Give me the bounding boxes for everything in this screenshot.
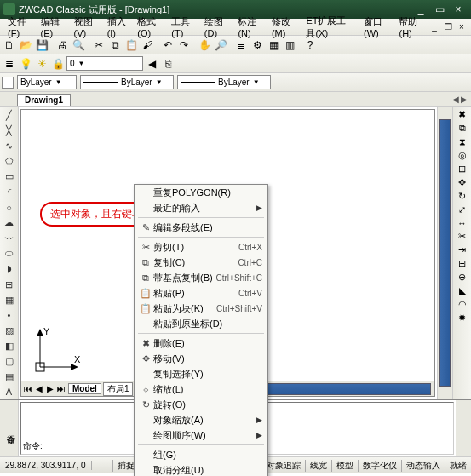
menu-item[interactable]: 插入(I)	[103, 15, 134, 38]
menu-item[interactable]: 修改(M)	[267, 15, 302, 38]
menu-item[interactable]: 工具(T)	[167, 15, 200, 38]
trim-icon[interactable]: ✂	[458, 231, 466, 242]
tab-prev-icon[interactable]: ◀	[452, 95, 459, 104]
point-icon[interactable]: •	[3, 309, 16, 322]
menu-item[interactable]: 编辑(E)	[37, 15, 70, 38]
menu-item[interactable]: 格式(O)	[133, 15, 167, 38]
close-button[interactable]: ×	[449, 3, 468, 16]
layer-state-icon[interactable]: ⎘	[160, 56, 175, 72]
context-menu-item[interactable]: 绘图顺序(W)▶	[135, 427, 267, 443]
context-menu-item[interactable]: 组(G)	[135, 447, 267, 462]
table-icon[interactable]: ▤	[3, 370, 16, 383]
status-mode-toggle[interactable]: 动态输入	[401, 460, 445, 472]
context-menu-item[interactable]: ⧉复制(C)Ctrl+C	[135, 255, 267, 270]
copy-icon[interactable]: ⧉	[107, 37, 123, 53]
rect-icon[interactable]: ▭	[3, 170, 16, 183]
line-icon[interactable]: ╱	[3, 109, 16, 122]
cut-icon[interactable]: ✂	[91, 37, 106, 53]
offset-icon[interactable]: ◎	[458, 150, 467, 161]
status-mode-toggle[interactable]: 数字化仪	[358, 460, 401, 472]
context-menu-item[interactable]: 📋粘贴为块(K)Ctrl+Shift+V	[135, 301, 267, 316]
maximize-button[interactable]: ▭	[430, 3, 449, 16]
pline-icon[interactable]: ∿	[3, 140, 16, 152]
region-icon[interactable]: ▢	[3, 355, 16, 368]
open-icon[interactable]: 📂	[18, 37, 33, 53]
chamfer-icon[interactable]: ◣	[459, 285, 466, 296]
color-swatch[interactable]	[2, 77, 14, 89]
layout-tab-model[interactable]: Model	[68, 383, 101, 394]
properties-icon[interactable]: ⚙	[250, 37, 265, 53]
mirror-icon[interactable]: ⧗	[459, 136, 466, 147]
insert-icon[interactable]: ⊞	[3, 278, 16, 291]
menu-item[interactable]: ET扩展工具(X)	[302, 14, 359, 40]
xline-icon[interactable]: ╳	[3, 124, 16, 137]
fillet-icon[interactable]: ◠	[458, 299, 467, 310]
pan-icon[interactable]: ✋	[197, 37, 212, 53]
array-icon[interactable]: ⊞	[458, 163, 466, 175]
help-icon[interactable]: ?	[302, 37, 318, 53]
arc-icon[interactable]: ◜	[3, 186, 16, 198]
lock-icon[interactable]: 🔒	[50, 56, 66, 72]
block-icon[interactable]: ▦	[3, 294, 16, 307]
document-tab[interactable]: Drawing1	[17, 94, 71, 106]
context-menu-item[interactable]: ↻旋转(O)	[135, 397, 267, 412]
context-menu-item[interactable]: 粘贴到原坐标(D)	[135, 316, 267, 331]
layout-tab-1[interactable]: 布局1	[103, 382, 134, 396]
stretch-icon[interactable]: ↔	[457, 218, 467, 228]
ellipse-icon[interactable]: ⬭	[3, 247, 16, 260]
scale-icon[interactable]: ⤢	[458, 204, 466, 215]
context-menu-item[interactable]: 重复POLYGON(R)	[135, 185, 267, 200]
layer-manager-icon[interactable]: ≣	[2, 56, 17, 72]
context-menu-item[interactable]: ⟐缩放(L)	[135, 381, 267, 397]
layout-next-icon[interactable]: ▶	[45, 384, 55, 393]
sun-icon[interactable]: ☀	[34, 56, 49, 72]
status-mode-toggle[interactable]: 就绪	[445, 460, 471, 472]
layer-dropdown[interactable]: 0▼	[66, 56, 143, 71]
polygon-icon[interactable]: ⬠	[3, 155, 16, 168]
undo-icon[interactable]: ↶	[160, 37, 175, 53]
tab-next-icon[interactable]: ▶	[461, 95, 468, 104]
context-menu-item[interactable]: 对象缩放(A)▶	[135, 412, 267, 427]
menu-item[interactable]: 标注(N)	[233, 15, 267, 38]
status-mode-toggle[interactable]: 模型	[331, 460, 358, 472]
layout-prev-icon[interactable]: ◀	[34, 384, 44, 393]
context-menu-item[interactable]: ⧉带基点复制(B)Ctrl+Shift+C	[135, 270, 267, 285]
menu-item[interactable]: 绘图(D)	[200, 15, 234, 38]
new-icon[interactable]: 🗋	[2, 37, 17, 53]
context-menu-item[interactable]: 取消分组(U)	[135, 462, 267, 476]
text-icon[interactable]: A	[3, 386, 16, 399]
redo-icon[interactable]: ↷	[176, 37, 192, 53]
context-menu-item[interactable]: ✖删除(E)	[135, 335, 267, 351]
join-icon[interactable]: ⊕	[458, 272, 466, 283]
menu-item[interactable]: 视图(V)	[70, 15, 103, 38]
mdi-minimize-button[interactable]: _	[428, 21, 440, 33]
color-dropdown[interactable]: ByLayer▼	[17, 75, 77, 89]
mdi-close-button[interactable]: ×	[456, 21, 468, 33]
paste-icon[interactable]: 📋	[123, 37, 139, 53]
menu-item[interactable]: 帮助(H)	[394, 15, 428, 38]
context-menu-item[interactable]: 📋粘贴(P)Ctrl+V	[135, 285, 267, 301]
hatch-icon[interactable]: ▨	[3, 324, 16, 337]
spline-icon[interactable]: 〰	[3, 232, 16, 244]
circle-icon[interactable]: ○	[3, 201, 16, 214]
revcloud-icon[interactable]: ☁	[3, 216, 16, 229]
design-center-icon[interactable]: ▦	[266, 37, 281, 53]
lineweight-dropdown[interactable]: ByLayer▼	[177, 75, 271, 89]
explode-icon[interactable]: ✹	[458, 313, 466, 324]
break-icon[interactable]: ⊟	[458, 258, 466, 269]
context-menu-item[interactable]: 复制选择(Y)	[135, 366, 267, 381]
layout-last-icon[interactable]: ⏭	[56, 384, 66, 393]
context-menu-item[interactable]: ✂剪切(T)Ctrl+X	[135, 239, 267, 255]
status-mode-toggle[interactable]: 线宽	[305, 460, 331, 472]
move-icon[interactable]: ✥	[458, 177, 466, 188]
linetype-dropdown[interactable]: ByLayer▼	[80, 75, 174, 89]
erase-icon[interactable]: ✖	[458, 109, 466, 120]
menu-item[interactable]: 文件(F)	[3, 15, 37, 38]
ellipse-arc-icon[interactable]: ◗	[3, 262, 16, 275]
layout-first-icon[interactable]: ⏮	[23, 384, 33, 393]
tool-palette-icon[interactable]: ▥	[282, 37, 297, 53]
menu-item[interactable]: 窗口(W)	[359, 15, 394, 38]
context-menu-item[interactable]: ✥移动(V)	[135, 351, 267, 366]
minimize-button[interactable]: _	[411, 3, 430, 16]
layer-prev-icon[interactable]: ◀	[144, 56, 159, 72]
